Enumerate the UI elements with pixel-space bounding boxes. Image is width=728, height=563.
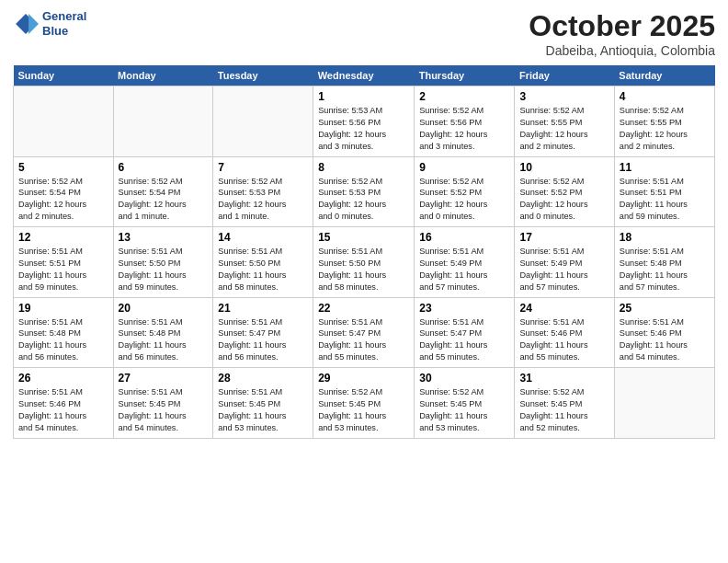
day-info: Sunrise: 5:51 AMSunset: 5:49 PMDaylight:…: [419, 246, 509, 293]
calendar-week-3: 12Sunrise: 5:51 AMSunset: 5:51 PMDayligh…: [14, 227, 715, 298]
day-info: Sunrise: 5:51 AMSunset: 5:50 PMDaylight:…: [318, 246, 409, 293]
page-container: General Blue October 2025 Dabeiba, Antio…: [0, 0, 728, 563]
day-number: 3: [519, 90, 609, 103]
day-info: Sunrise: 5:52 AMSunset: 5:45 PMDaylight:…: [419, 386, 509, 434]
day-number: 15: [318, 231, 409, 244]
day-info: Sunrise: 5:51 AMSunset: 5:46 PMDaylight:…: [18, 386, 108, 434]
calendar-cell: [213, 86, 313, 157]
day-info: Sunrise: 5:53 AMSunset: 5:56 PMDaylight:…: [318, 105, 409, 153]
calendar-cell: 26Sunrise: 5:51 AMSunset: 5:46 PMDayligh…: [14, 368, 114, 439]
calendar-week-4: 19Sunrise: 5:51 AMSunset: 5:48 PMDayligh…: [14, 297, 715, 368]
day-info: Sunrise: 5:51 AMSunset: 5:46 PMDaylight:…: [519, 316, 609, 364]
day-number: 23: [419, 302, 509, 315]
day-info: Sunrise: 5:51 AMSunset: 5:45 PMDaylight:…: [218, 386, 308, 434]
day-number: 30: [419, 372, 509, 385]
col-header-saturday: Saturday: [614, 65, 714, 86]
calendar-cell: 17Sunrise: 5:51 AMSunset: 5:49 PMDayligh…: [515, 227, 614, 298]
location-subtitle: Dabeiba, Antioquia, Colombia: [529, 43, 715, 58]
day-info: Sunrise: 5:51 AMSunset: 5:47 PMDaylight:…: [318, 316, 409, 364]
calendar-cell: 21Sunrise: 5:51 AMSunset: 5:47 PMDayligh…: [213, 297, 313, 368]
logo-icon: [13, 11, 39, 37]
day-number: 7: [218, 161, 308, 174]
day-number: 9: [419, 161, 509, 174]
day-info: Sunrise: 5:52 AMSunset: 5:53 PMDaylight:…: [318, 176, 409, 224]
calendar-cell: 22Sunrise: 5:51 AMSunset: 5:47 PMDayligh…: [313, 297, 415, 368]
calendar-cell: 3Sunrise: 5:52 AMSunset: 5:55 PMDaylight…: [515, 86, 614, 157]
day-number: 31: [519, 372, 609, 385]
calendar-cell: 29Sunrise: 5:52 AMSunset: 5:45 PMDayligh…: [313, 368, 415, 439]
day-info: Sunrise: 5:51 AMSunset: 5:45 PMDaylight:…: [119, 386, 209, 434]
calendar-week-2: 5Sunrise: 5:52 AMSunset: 5:54 PMDaylight…: [14, 156, 715, 227]
day-info: Sunrise: 5:52 AMSunset: 5:53 PMDaylight:…: [218, 176, 308, 224]
day-number: 14: [218, 231, 308, 244]
calendar-cell: 10Sunrise: 5:52 AMSunset: 5:52 PMDayligh…: [515, 156, 614, 227]
day-info: Sunrise: 5:52 AMSunset: 5:45 PMDaylight:…: [519, 386, 609, 434]
day-number: 2: [419, 90, 509, 103]
calendar-table: SundayMondayTuesdayWednesdayThursdayFrid…: [13, 65, 715, 439]
day-info: Sunrise: 5:51 AMSunset: 5:47 PMDaylight:…: [218, 316, 308, 364]
calendar-cell: 9Sunrise: 5:52 AMSunset: 5:52 PMDaylight…: [415, 156, 515, 227]
calendar-cell: 18Sunrise: 5:51 AMSunset: 5:48 PMDayligh…: [614, 227, 714, 298]
day-number: 13: [119, 231, 209, 244]
day-info: Sunrise: 5:52 AMSunset: 5:52 PMDaylight:…: [419, 176, 509, 224]
day-number: 4: [620, 90, 710, 103]
day-info: Sunrise: 5:52 AMSunset: 5:52 PMDaylight:…: [519, 176, 609, 224]
day-number: 19: [18, 302, 108, 315]
col-header-friday: Friday: [515, 65, 614, 86]
day-info: Sunrise: 5:51 AMSunset: 5:49 PMDaylight:…: [519, 246, 609, 293]
calendar-cell: 15Sunrise: 5:51 AMSunset: 5:50 PMDayligh…: [313, 227, 415, 298]
calendar-cell: 13Sunrise: 5:51 AMSunset: 5:50 PMDayligh…: [113, 227, 213, 298]
day-number: 24: [519, 302, 609, 315]
calendar-cell: 16Sunrise: 5:51 AMSunset: 5:49 PMDayligh…: [415, 227, 515, 298]
col-header-sunday: Sunday: [14, 65, 114, 86]
day-info: Sunrise: 5:52 AMSunset: 5:55 PMDaylight:…: [519, 105, 609, 153]
day-info: Sunrise: 5:51 AMSunset: 5:50 PMDaylight:…: [218, 246, 308, 293]
day-number: 25: [620, 302, 710, 315]
calendar-cell: 27Sunrise: 5:51 AMSunset: 5:45 PMDayligh…: [113, 368, 213, 439]
day-number: 12: [18, 231, 108, 244]
calendar-cell: 31Sunrise: 5:52 AMSunset: 5:45 PMDayligh…: [515, 368, 614, 439]
day-number: 1: [318, 90, 409, 103]
day-number: 28: [218, 372, 308, 385]
calendar-cell: 2Sunrise: 5:52 AMSunset: 5:56 PMDaylight…: [415, 86, 515, 157]
day-info: Sunrise: 5:52 AMSunset: 5:54 PMDaylight:…: [18, 176, 108, 224]
calendar-cell: 6Sunrise: 5:52 AMSunset: 5:54 PMDaylight…: [113, 156, 213, 227]
day-info: Sunrise: 5:52 AMSunset: 5:56 PMDaylight:…: [419, 105, 509, 153]
calendar-cell: 20Sunrise: 5:51 AMSunset: 5:48 PMDayligh…: [113, 297, 213, 368]
col-header-wednesday: Wednesday: [313, 65, 415, 86]
day-number: 16: [419, 231, 509, 244]
calendar-cell: 12Sunrise: 5:51 AMSunset: 5:51 PMDayligh…: [14, 227, 114, 298]
day-info: Sunrise: 5:52 AMSunset: 5:54 PMDaylight:…: [119, 176, 209, 224]
day-info: Sunrise: 5:51 AMSunset: 5:48 PMDaylight:…: [620, 246, 710, 293]
day-number: 21: [218, 302, 308, 315]
day-number: 18: [620, 231, 710, 244]
calendar-cell: 11Sunrise: 5:51 AMSunset: 5:51 PMDayligh…: [614, 156, 714, 227]
calendar-cell: 24Sunrise: 5:51 AMSunset: 5:46 PMDayligh…: [515, 297, 614, 368]
calendar-cell: 8Sunrise: 5:52 AMSunset: 5:53 PMDaylight…: [313, 156, 415, 227]
day-info: Sunrise: 5:51 AMSunset: 5:48 PMDaylight:…: [119, 316, 209, 364]
calendar-cell: 19Sunrise: 5:51 AMSunset: 5:48 PMDayligh…: [14, 297, 114, 368]
calendar-cell: 7Sunrise: 5:52 AMSunset: 5:53 PMDaylight…: [213, 156, 313, 227]
calendar-week-1: 1Sunrise: 5:53 AMSunset: 5:56 PMDaylight…: [14, 86, 715, 157]
title-block: October 2025 Dabeiba, Antioquia, Colombi…: [529, 9, 715, 58]
svg-marker-1: [28, 14, 39, 34]
day-info: Sunrise: 5:51 AMSunset: 5:51 PMDaylight:…: [620, 176, 710, 224]
day-number: 5: [18, 161, 108, 174]
col-header-thursday: Thursday: [415, 65, 515, 86]
day-number: 29: [318, 372, 409, 385]
logo-text: General Blue: [42, 9, 86, 38]
day-number: 17: [519, 231, 609, 244]
calendar-cell: 14Sunrise: 5:51 AMSunset: 5:50 PMDayligh…: [213, 227, 313, 298]
calendar-cell: [113, 86, 213, 157]
day-number: 26: [18, 372, 108, 385]
day-info: Sunrise: 5:51 AMSunset: 5:47 PMDaylight:…: [419, 316, 509, 364]
day-info: Sunrise: 5:51 AMSunset: 5:48 PMDaylight:…: [18, 316, 108, 364]
day-number: 27: [119, 372, 209, 385]
col-header-tuesday: Tuesday: [213, 65, 313, 86]
calendar-cell: 25Sunrise: 5:51 AMSunset: 5:46 PMDayligh…: [614, 297, 714, 368]
page-header: General Blue October 2025 Dabeiba, Antio…: [13, 9, 715, 58]
day-number: 8: [318, 161, 409, 174]
calendar-cell: 23Sunrise: 5:51 AMSunset: 5:47 PMDayligh…: [415, 297, 515, 368]
calendar-header-row: SundayMondayTuesdayWednesdayThursdayFrid…: [14, 65, 715, 86]
calendar-cell: 30Sunrise: 5:52 AMSunset: 5:45 PMDayligh…: [415, 368, 515, 439]
